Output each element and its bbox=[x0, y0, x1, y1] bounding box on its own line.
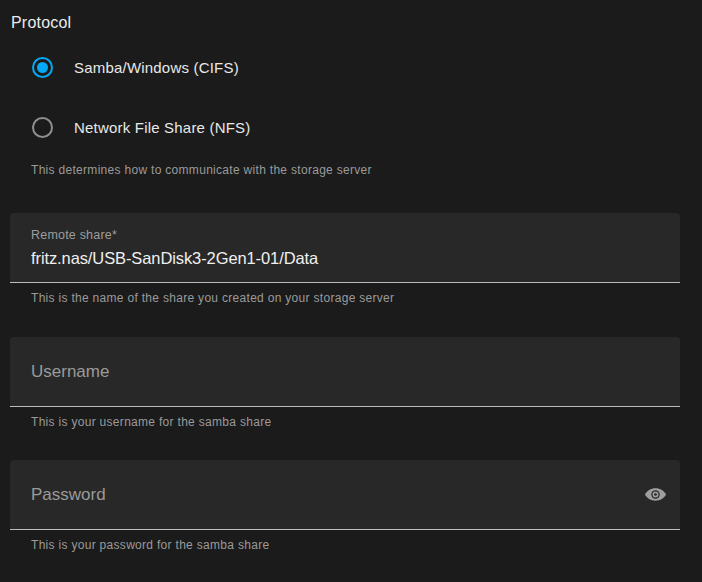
password-helper-text: This is your password for the samba shar… bbox=[31, 538, 269, 552]
password-field[interactable] bbox=[10, 460, 680, 530]
username-field[interactable] bbox=[10, 337, 680, 407]
remote-share-field[interactable]: Remote share* bbox=[10, 213, 680, 283]
radio-option-cifs[interactable]: Samba/Windows (CIFS) bbox=[32, 57, 239, 78]
radio-option-label: Samba/Windows (CIFS) bbox=[74, 59, 239, 76]
protocol-section-label: Protocol bbox=[11, 14, 71, 32]
radio-option-nfs[interactable]: Network File Share (NFS) bbox=[32, 117, 251, 138]
remote-share-label: Remote share* bbox=[31, 228, 117, 242]
storage-config-form: Protocol Samba/Windows (CIFS) Network Fi… bbox=[0, 0, 702, 582]
radio-unchecked-icon[interactable] bbox=[32, 117, 53, 138]
protocol-helper-text: This determines how to communicate with … bbox=[31, 163, 372, 177]
password-input[interactable] bbox=[31, 460, 611, 529]
eye-icon bbox=[644, 483, 667, 506]
remote-share-helper-text: This is the name of the share you create… bbox=[31, 291, 394, 305]
toggle-password-visibility-button[interactable] bbox=[642, 482, 668, 508]
radio-option-label: Network File Share (NFS) bbox=[74, 119, 251, 136]
username-helper-text: This is your username for the samba shar… bbox=[31, 415, 271, 429]
radio-checked-icon[interactable] bbox=[32, 57, 53, 78]
username-input[interactable] bbox=[31, 337, 631, 406]
remote-share-input[interactable] bbox=[31, 246, 651, 270]
